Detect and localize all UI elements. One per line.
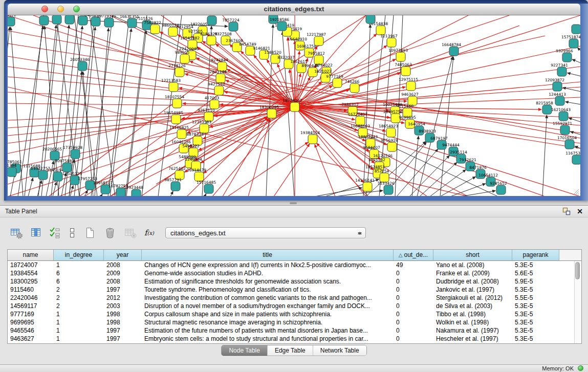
cell-pagerank[interactable]: 5.3E-5: [512, 302, 559, 310]
cell-title[interactable]: Embryonic stem cells: a model to study s…: [142, 335, 394, 343]
graph-node[interactable]: [277, 21, 287, 31]
cell-in_degree[interactable]: 6: [54, 277, 104, 286]
cell-pagerank[interactable]: 5.3E-5: [512, 310, 559, 318]
cell-out_de[interactable]: 49: [394, 261, 433, 269]
graph-edge[interactable]: [170, 191, 173, 196]
cell-title[interactable]: Investigating the contribution of common…: [142, 294, 394, 302]
graph-edge[interactable]: [315, 188, 362, 196]
column-header-pagerank[interactable]: pagerank: [512, 250, 559, 261]
graph-node[interactable]: [132, 189, 141, 196]
graph-node[interactable]: [396, 52, 405, 61]
row-selection-icon[interactable]: [49, 227, 60, 239]
cell-year[interactable]: 1998: [104, 318, 142, 326]
graph-edge[interactable]: [205, 194, 206, 196]
column-header-in_degree[interactable]: in_degree: [54, 250, 104, 261]
cell-year[interactable]: 2008: [104, 261, 142, 269]
graph-edge[interactable]: [412, 136, 419, 196]
cell-year[interactable]: 1998: [104, 310, 142, 318]
scrollbar-thumb[interactable]: [575, 262, 580, 279]
cell-pagerank[interactable]: 5.3E-5: [512, 326, 559, 335]
graph-node[interactable]: [560, 125, 570, 135]
graph-node[interactable]: [308, 135, 317, 144]
cell-year[interactable]: 2003: [104, 302, 142, 310]
table-row[interactable]: 1456911722003Disruption of a novel membe…: [8, 302, 581, 310]
table-row[interactable]: 1938455462009Genome-wide association stu…: [8, 269, 581, 277]
graph-edge[interactable]: [91, 15, 113, 196]
graph-node[interactable]: [127, 18, 137, 28]
graph-node[interactable]: [449, 47, 459, 56]
cell-pagerank[interactable]: 5.9E-5: [512, 277, 559, 286]
table-row[interactable]: 969969511998Structural magnetic resonanc…: [8, 318, 581, 326]
cell-in_degree[interactable]: 1: [54, 310, 104, 318]
graph-node[interactable]: [175, 68, 184, 77]
cell-pagerank[interactable]: 5.3E-5: [512, 318, 559, 326]
close-panel-icon[interactable]: ✕: [577, 207, 583, 215]
graph-node[interactable]: [8, 17, 15, 26]
cell-name[interactable]: 9463627: [8, 335, 54, 343]
cell-title[interactable]: Genome-wide association studies in ADHD.: [142, 269, 394, 277]
graph-node[interactable]: [401, 67, 410, 76]
cell-short[interactable]: Jankovic et al. (1997): [433, 286, 512, 294]
graph-node[interactable]: [387, 142, 397, 151]
tab-edge-table[interactable]: Edge Table: [267, 345, 313, 356]
graph-node[interactable]: [207, 36, 216, 45]
cell-in_degree[interactable]: 1: [54, 335, 104, 343]
graph-node[interactable]: [171, 115, 181, 124]
table-row[interactable]: 2242004622012Investigating the contribut…: [8, 294, 581, 302]
column-header-out_de[interactable]: △out_de...: [394, 250, 433, 261]
cell-year[interactable]: 2012: [104, 294, 142, 302]
delete-trash-icon[interactable]: [103, 226, 117, 239]
cell-title[interactable]: Corpus callosum shape and size in male p…: [142, 310, 394, 318]
cell-name[interactable]: 9465546: [8, 326, 54, 335]
graph-node[interactable]: [333, 78, 342, 87]
graph-edge[interactable]: [295, 107, 364, 183]
table-selector-dropdown[interactable]: citations_edges.txt: [165, 227, 366, 238]
graph-edge[interactable]: [37, 181, 41, 196]
panel-orientation-icon[interactable]: [68, 227, 77, 239]
graph-edge[interactable]: [578, 48, 580, 54]
cell-in_degree[interactable]: 1: [54, 318, 104, 326]
cell-in_degree[interactable]: 2: [54, 286, 104, 294]
cell-out_de[interactable]: 0: [394, 286, 433, 294]
graph-node[interactable]: [267, 109, 276, 118]
cell-out_de[interactable]: 0: [394, 310, 433, 318]
cell-out_de[interactable]: 0: [394, 326, 433, 335]
graph-edge[interactable]: [101, 194, 102, 196]
graph-edge[interactable]: [142, 15, 164, 196]
graph-node[interactable]: [62, 163, 72, 172]
window-titlebar[interactable]: citations_edges.txt: [8, 4, 580, 15]
cell-short[interactable]: Dudbridge et al. (2008): [433, 277, 512, 286]
graph-node[interactable]: [555, 96, 564, 105]
graph-edge[interactable]: [125, 15, 147, 196]
graph-edge[interactable]: [10, 174, 15, 196]
cell-name[interactable]: 9115460: [8, 286, 54, 294]
table-row[interactable]: 1830029562008Estimation of significance …: [8, 277, 581, 286]
cell-in_degree[interactable]: 2: [54, 302, 104, 310]
cell-short[interactable]: Tibbo et al. (1998): [433, 310, 512, 318]
cell-title[interactable]: Structural magnetic resonance image aver…: [142, 318, 394, 326]
cell-name[interactable]: 19384554: [8, 269, 54, 277]
table-row[interactable]: 946554611997Estimation of the future num…: [8, 326, 581, 335]
cell-out_de[interactable]: 0: [394, 269, 433, 277]
graph-edge[interactable]: [53, 182, 56, 196]
cell-out_de[interactable]: 0: [394, 318, 433, 326]
cell-short[interactable]: Yano et al. (2008): [433, 261, 512, 269]
cell-title[interactable]: Estimation of significance thresholds fo…: [142, 277, 394, 286]
graph-node[interactable]: [65, 15, 74, 24]
graph-node[interactable]: [363, 182, 372, 191]
graph-edge[interactable]: [295, 73, 401, 107]
cell-year[interactable]: 1997: [104, 326, 142, 335]
cell-name[interactable]: 9699695: [8, 318, 54, 326]
graph-node[interactable]: [496, 185, 506, 194]
graph-node[interactable]: [169, 82, 178, 92]
graph-node[interactable]: [207, 16, 216, 25]
cell-out_de[interactable]: 0: [394, 294, 433, 302]
column-header-short[interactable]: short: [433, 250, 512, 261]
graph-node[interactable]: [39, 16, 49, 25]
cell-year[interactable]: 1997: [104, 335, 142, 343]
function-builder-icon[interactable]: f(x): [144, 228, 154, 237]
table-row[interactable]: 977716911998Corpus callosum shape and si…: [8, 310, 581, 318]
cell-short[interactable]: Stergiakouli et al. (2012): [433, 294, 512, 302]
float-panel-icon[interactable]: [562, 207, 571, 215]
graph-node[interactable]: [406, 81, 416, 91]
